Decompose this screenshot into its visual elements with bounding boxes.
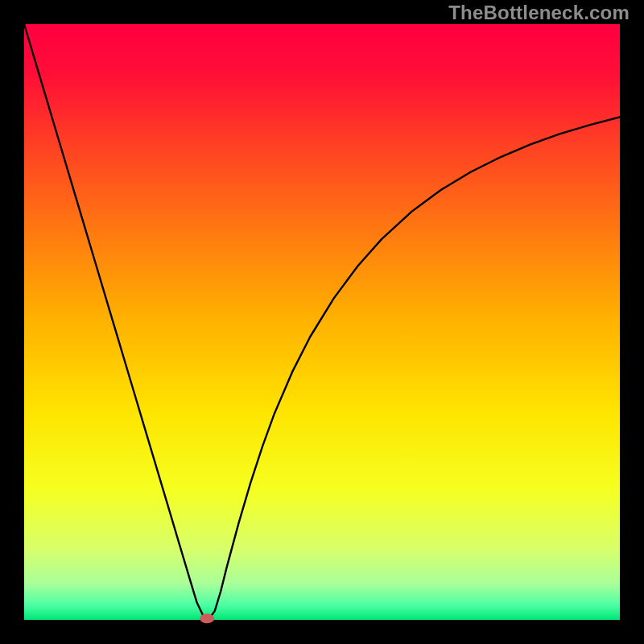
bottleneck-chart — [0, 0, 644, 644]
watermark-text: TheBottleneck.com — [448, 2, 630, 24]
chart-frame: { "watermark": "TheBottleneck.com", "col… — [0, 0, 644, 644]
minimum-marker — [200, 613, 214, 623]
